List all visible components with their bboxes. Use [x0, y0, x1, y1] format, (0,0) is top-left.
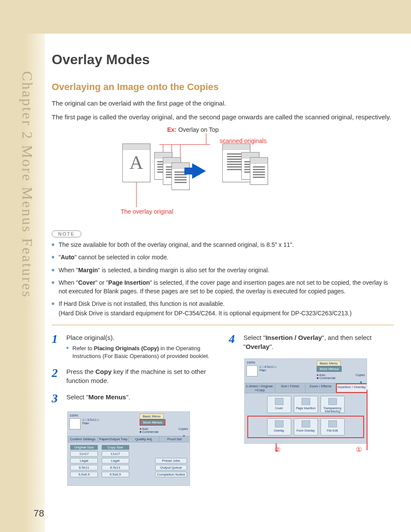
page-title: Overlay Modes — [52, 52, 394, 68]
step-number-4: 4 — [229, 333, 238, 352]
scanned-page-icon — [171, 162, 190, 190]
size-button[interactable]: 11x17 — [102, 451, 129, 457]
overlay-button[interactable]: Overlay — [267, 418, 291, 436]
transparency-interleaving-button[interactable]: Transparency Interleaving — [321, 396, 345, 413]
step-number-2: 2 — [52, 367, 61, 386]
note-pill: NOTE — [52, 230, 81, 237]
note-item: The size available for both of the overl… — [52, 241, 394, 249]
intro-line-1: The original can be overlaid with the fi… — [52, 99, 394, 108]
sort-finish-tab[interactable]: Sort / Finish — [275, 383, 306, 393]
copier-screen-insertion-overlay: 100% 1 □ 8.5x11 ▷ Plain Basic Menu More … — [244, 358, 367, 444]
zoom-value: 100% — [246, 361, 313, 364]
preset-jobs-button[interactable]: Preset Jobs — [155, 458, 187, 464]
more-menus-tab[interactable]: More Menus — [140, 419, 165, 426]
page-number: 78 — [34, 508, 44, 519]
size-button[interactable]: Legal — [70, 458, 98, 464]
output-queue-button[interactable]: Output Queue — [155, 465, 187, 470]
size-button[interactable]: 8.5x11 — [102, 465, 129, 470]
form-overlay-icon — [302, 420, 310, 427]
completion-notice-button[interactable]: Completion Notice — [155, 472, 187, 477]
step-1-sub: Refer to Placing Originals (Copy) in the… — [66, 345, 217, 360]
ex-label: Ex: Overlay on Top — [167, 126, 219, 133]
paper-type: Plain — [259, 369, 266, 372]
cover-button[interactable]: Cover — [267, 396, 291, 413]
form-overlay-button[interactable]: Form Overlay — [294, 418, 318, 436]
red-line — [206, 133, 206, 144]
step-4-text: Select "Insertion / Overlay", and then s… — [243, 333, 394, 352]
zoom-effects-tab[interactable]: Zoom / Effects — [305, 383, 336, 393]
red-line — [136, 182, 137, 207]
commercial-label: Commercial — [142, 430, 158, 433]
chapter-sidebar-text: Chapter 2 More Menus Features — [19, 71, 35, 298]
note-item: If Hard Disk Drive is not installed, thi… — [52, 300, 394, 317]
tray-info: 1 □ 8.5x11 ▷ — [82, 418, 100, 421]
more-menus-tab[interactable]: More Menus — [317, 366, 342, 372]
red-line — [159, 144, 210, 145]
copies-label: Copies — [355, 373, 365, 376]
arrow-right-icon — [192, 163, 206, 179]
callout-line — [276, 443, 277, 452]
step-number-1: 1 — [52, 333, 61, 360]
auto-label: Auto — [319, 373, 325, 376]
basic-menu-tab[interactable]: Basic Menu — [317, 361, 341, 366]
zoom-value: 100% — [69, 414, 136, 417]
paper-type: Plain — [82, 422, 89, 425]
section-title: Overlaying an Image onto the Copies — [52, 81, 394, 93]
insertion-overlay-tab[interactable]: Insertion / Overlay — [336, 383, 367, 393]
copier-screen-moremenus: 100% 1 □ 8.5x11 ▷ Plain Basic Menu More … — [67, 411, 190, 486]
quality-adj-tab[interactable]: Quality Adj. — [129, 436, 159, 442]
paper-output-tab[interactable]: Paper/Output Tray — [98, 436, 129, 442]
ex-prefix: Ex: — [167, 126, 177, 133]
copies-label: Copies — [178, 427, 188, 430]
confirm-settings-tab[interactable]: Confirm Settings — [68, 436, 98, 442]
note-item: When "Margin" is selected, a binding mar… — [52, 266, 394, 275]
step-3-text: Select "More Menus". — [66, 392, 130, 404]
preview-icon — [69, 418, 81, 429]
auto-label: Auto — [142, 427, 148, 430]
output-page-icon — [250, 157, 268, 185]
size-button[interactable]: Legal — [102, 458, 129, 464]
callout-line — [367, 390, 367, 450]
callout-number-1: ① — [356, 445, 362, 454]
transparency-icon — [328, 398, 337, 405]
proof-set-tab[interactable]: Proof Set — [159, 436, 190, 442]
overlay-icon — [275, 420, 283, 427]
intro-line-2: The first page is called the overlay ori… — [52, 112, 394, 122]
ex-text: Overlay on Top — [177, 126, 219, 133]
step-2-text: Press the Copy key if the machine is set… — [66, 367, 217, 386]
file-edit-button[interactable]: File Edit — [321, 418, 345, 436]
overlay-original-label: The overlay original — [121, 208, 173, 215]
copy-size-header: Copy Size — [102, 445, 129, 450]
two-sided-tab[interactable]: 2-Sided / Original->Copy — [245, 383, 275, 393]
basic-menu-tab[interactable]: Basic Menu — [140, 414, 164, 419]
file-edit-icon — [328, 420, 337, 427]
note-item: "Auto" cannot be selected in color mode. — [52, 253, 394, 262]
commercial-label: Commercial — [319, 376, 335, 380]
notes-list: The size available for both of the overl… — [52, 241, 394, 318]
size-button[interactable]: 8.5x11 — [70, 465, 98, 470]
tray-info: 1 □ 8.5x11 ▷ — [259, 365, 277, 368]
size-button[interactable]: 5.5x8.5 — [102, 472, 129, 477]
cover-icon — [275, 398, 283, 405]
overlay-diagram: Ex: Overlay on Top scanned originals The… — [52, 126, 394, 217]
size-button[interactable]: 5.5x8.5 — [70, 472, 98, 477]
page-insertion-button[interactable]: Page Insertion — [294, 396, 318, 413]
note-item: When "Cover" or "Page Insertion" is sele… — [52, 279, 394, 296]
overlay-original-page-icon: A — [122, 143, 150, 182]
original-size-header: Original Size — [70, 445, 98, 450]
page-insertion-icon — [302, 398, 310, 405]
letter-a: A — [130, 152, 143, 174]
step-1-text: Place original(s). — [66, 334, 115, 341]
size-button[interactable]: 11x17 — [70, 451, 98, 457]
step-number-3: 3 — [52, 392, 61, 404]
preview-icon — [246, 365, 258, 376]
divider — [52, 325, 394, 325]
top-band — [0, 0, 411, 34]
